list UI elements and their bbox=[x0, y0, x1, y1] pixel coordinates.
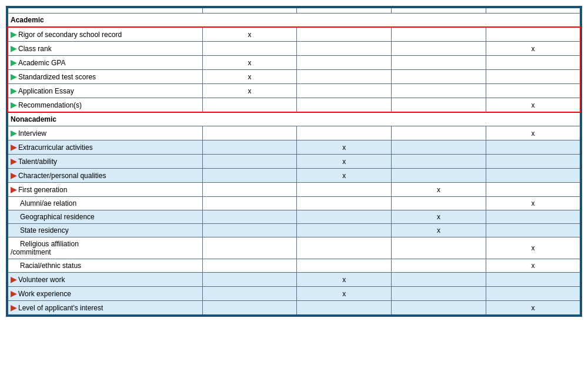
red-arrow-icon: ▶ bbox=[11, 275, 16, 284]
cell-col2 bbox=[297, 56, 392, 70]
row-label-text: Character/personal qualities bbox=[18, 172, 106, 180]
row-label: Religious affiliation/commitment bbox=[8, 237, 202, 259]
row-label-text: Alumni/ae relation bbox=[20, 199, 76, 207]
green-arrow-icon: ▶ bbox=[11, 44, 16, 53]
cell-col3: x bbox=[392, 210, 486, 224]
table-row: ▶Level of applicant's interestx bbox=[8, 301, 580, 316]
cell-col1 bbox=[202, 42, 297, 56]
red-arrow-icon: ▶ bbox=[11, 303, 16, 312]
cell-col2 bbox=[297, 70, 392, 84]
row-label: ▶Rigor of secondary school record bbox=[8, 27, 202, 42]
cell-col4: x bbox=[486, 197, 580, 210]
table-row: ▶Character/personal qualitiesx bbox=[8, 169, 580, 183]
cell-col4: x bbox=[486, 237, 580, 259]
cell-col4 bbox=[486, 56, 580, 70]
cell-col1 bbox=[202, 197, 297, 210]
table-row: ▶Standardized test scoresx bbox=[8, 70, 580, 84]
cell-col1 bbox=[202, 224, 297, 237]
row-label-text: Religious affiliation/commitment bbox=[11, 240, 79, 256]
red-arrow-icon: ▶ bbox=[11, 171, 16, 180]
table-row: Racial/ethnic statusx bbox=[8, 259, 580, 273]
cell-col1 bbox=[202, 126, 297, 140]
green-arrow-icon: ▶ bbox=[11, 58, 16, 67]
row-label-text: Rigor of secondary school record bbox=[18, 31, 122, 39]
table-row: ▶Extracurricular activitiesx bbox=[8, 140, 580, 155]
col-important-header bbox=[297, 8, 392, 14]
cell-col4 bbox=[486, 183, 580, 197]
row-label: Alumni/ae relation bbox=[8, 197, 202, 210]
col-not-considered-header bbox=[486, 8, 580, 14]
cell-col4 bbox=[486, 224, 580, 237]
row-label-text: Interview bbox=[18, 129, 46, 138]
cell-col2 bbox=[297, 197, 392, 210]
table-row: ▶Class rankx bbox=[8, 42, 580, 56]
red-arrow-icon: ▶ bbox=[11, 157, 16, 166]
cell-col4 bbox=[486, 155, 580, 169]
cell-col3 bbox=[392, 273, 486, 287]
table-row: ▶Work experiencex bbox=[8, 287, 580, 301]
cell-col3 bbox=[392, 70, 486, 84]
cell-col2 bbox=[297, 42, 392, 56]
cell-col2 bbox=[297, 27, 392, 42]
table-row: ▶Interviewx bbox=[8, 126, 580, 140]
row-label: ▶Work experience bbox=[8, 287, 202, 301]
table-row: ▶Recommendation(s)x bbox=[8, 98, 580, 113]
cell-col2: x bbox=[297, 155, 392, 169]
cell-col2 bbox=[297, 224, 392, 237]
cell-col1: x bbox=[202, 56, 297, 70]
cell-col4 bbox=[486, 273, 580, 287]
row-label-text: Racial/ethnic status bbox=[20, 262, 81, 270]
cell-col2 bbox=[297, 210, 392, 224]
cell-col1 bbox=[202, 155, 297, 169]
table-row: ▶Rigor of secondary school recordx bbox=[8, 27, 580, 42]
row-label-text: Work experience bbox=[18, 290, 71, 298]
green-arrow-icon: ▶ bbox=[11, 30, 16, 39]
row-label: ▶Class rank bbox=[8, 42, 202, 56]
red-arrow-icon: ▶ bbox=[11, 143, 16, 152]
cell-col2: x bbox=[297, 140, 392, 155]
cell-col1 bbox=[202, 273, 297, 287]
red-arrow-icon: ▶ bbox=[11, 289, 16, 298]
cell-col3 bbox=[392, 84, 486, 98]
table-header bbox=[8, 8, 580, 14]
row-label-text: Class rank bbox=[18, 45, 52, 53]
row-label: ▶Interview bbox=[8, 126, 202, 140]
cell-col3 bbox=[392, 42, 486, 56]
row-label: Geographical residence bbox=[8, 210, 202, 224]
row-label: ▶Application Essay bbox=[8, 84, 202, 98]
cell-col1 bbox=[202, 210, 297, 224]
cell-col2 bbox=[297, 301, 392, 316]
row-label: Racial/ethnic status bbox=[8, 259, 202, 273]
cell-col3: x bbox=[392, 183, 486, 197]
row-label: ▶Extracurricular activities bbox=[8, 140, 202, 155]
cell-col2 bbox=[297, 84, 392, 98]
cell-col2 bbox=[297, 183, 392, 197]
cell-col1 bbox=[202, 301, 297, 316]
row-label-text: Talent/ability bbox=[18, 158, 57, 166]
cell-col3 bbox=[392, 56, 486, 70]
row-label-text: Academic GPA bbox=[18, 59, 65, 67]
cell-col2: x bbox=[297, 287, 392, 301]
row-label: ▶Standardized test scores bbox=[8, 70, 202, 84]
red-arrow-icon: ▶ bbox=[11, 185, 16, 194]
table-row: ▶Academic GPAx bbox=[8, 56, 580, 70]
cell-col1 bbox=[202, 287, 297, 301]
table-row: Alumni/ae relationx bbox=[8, 197, 580, 210]
cell-col3 bbox=[392, 126, 486, 140]
row-label-text: Geographical residence bbox=[20, 213, 95, 221]
cell-col3 bbox=[392, 155, 486, 169]
cell-col1 bbox=[202, 237, 297, 259]
cell-col4 bbox=[486, 84, 580, 98]
cell-col2 bbox=[297, 126, 392, 140]
table-row: State residencyx bbox=[8, 224, 580, 237]
col-very-important-header bbox=[202, 8, 297, 14]
section-label-academic: Academic bbox=[8, 14, 580, 28]
cell-col4: x bbox=[486, 259, 580, 273]
green-arrow-icon: ▶ bbox=[11, 129, 16, 138]
cell-col2: x bbox=[297, 273, 392, 287]
cell-col4 bbox=[486, 169, 580, 183]
row-label: ▶Recommendation(s) bbox=[8, 98, 202, 113]
green-arrow-icon: ▶ bbox=[11, 72, 16, 81]
cell-col3 bbox=[392, 140, 486, 155]
cell-col4: x bbox=[486, 301, 580, 316]
